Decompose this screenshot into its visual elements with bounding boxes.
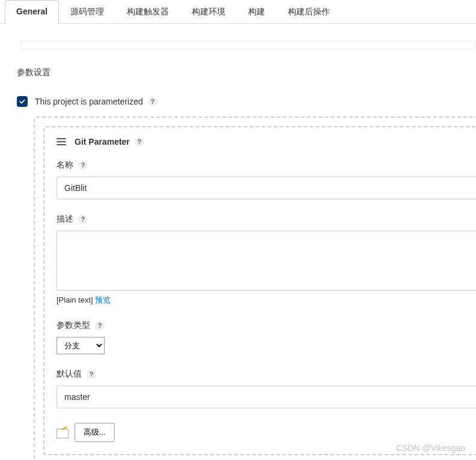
param-header: Git Parameter ?: [56, 137, 476, 147]
section-title: 参数设置: [17, 67, 459, 78]
param-inner: Git Parameter ? 名称 ? 描述 ? [Plain text]: [43, 126, 476, 455]
help-icon[interactable]: ?: [148, 97, 157, 106]
config-tabs: General 源码管理 构建触发器 构建环境 构建 构建后操作: [0, 0, 476, 24]
name-label: 名称: [56, 160, 73, 171]
help-icon[interactable]: ?: [78, 160, 88, 170]
notepad-icon: [56, 426, 69, 438]
type-select[interactable]: 分支: [56, 337, 105, 354]
param-container: Git Parameter ? 名称 ? 描述 ? [Plain text]: [34, 117, 476, 460]
default-label: 默认值: [56, 369, 82, 380]
type-field-group: 参数类型 ? 分支: [56, 320, 476, 354]
advanced-button[interactable]: 高级...: [75, 423, 115, 442]
help-icon[interactable]: ?: [135, 137, 144, 147]
name-field-group: 名称 ?: [56, 160, 476, 199]
help-icon[interactable]: ?: [95, 321, 105, 330]
tab-post[interactable]: 构建后操作: [276, 0, 341, 23]
advanced-row: 高级...: [56, 423, 476, 442]
tab-scm[interactable]: 源码管理: [59, 0, 115, 23]
desc-label: 描述: [56, 214, 73, 225]
param-title: Git Parameter: [75, 137, 130, 147]
desc-textarea[interactable]: [56, 231, 476, 291]
tab-build[interactable]: 构建: [237, 0, 276, 23]
parameterized-row: This project is parameterized ?: [17, 96, 459, 107]
default-input[interactable]: [56, 386, 476, 408]
tab-triggers[interactable]: 构建触发器: [115, 0, 180, 23]
check-icon: [19, 98, 26, 105]
name-input[interactable]: [56, 177, 476, 199]
tab-general[interactable]: General: [5, 0, 59, 24]
help-icon[interactable]: ?: [78, 214, 88, 224]
tab-env[interactable]: 构建环境: [180, 0, 237, 23]
desc-field-group: 描述 ? [Plain text] 预览: [56, 214, 476, 306]
content-area: 参数设置 This project is parameterized ? Git…: [0, 24, 476, 460]
plain-text-row: [Plain text] 预览: [56, 295, 476, 306]
drag-handle-icon[interactable]: [56, 138, 66, 145]
parameterized-label: This project is parameterized: [35, 97, 143, 106]
type-label: 参数类型: [56, 320, 90, 331]
parameterized-checkbox[interactable]: [17, 96, 28, 107]
plain-text-label: [Plain text]: [56, 295, 93, 304]
default-field-group: 默认值 ?: [56, 369, 476, 408]
help-icon[interactable]: ?: [87, 369, 96, 379]
faded-prev-section: [20, 41, 476, 49]
preview-link[interactable]: 预览: [95, 295, 111, 304]
